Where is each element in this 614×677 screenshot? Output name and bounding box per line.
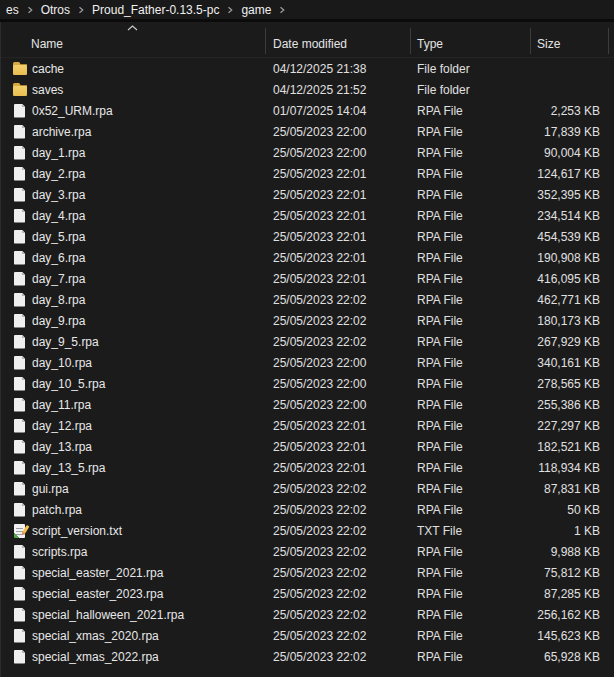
file-icon [12,334,28,350]
breadcrumb-item[interactable]: Proud_Father-0.13.5-pc [88,2,223,18]
file-date-modified: 25/05/2023 22:02 [265,608,410,622]
file-name: day_2.rpa [32,167,85,181]
file-name-cell: script_version.txt [0,523,265,539]
folder-icon [12,61,28,77]
file-size: 9,988 KB [530,545,608,559]
file-row[interactable]: day_9.rpa 25/05/2023 22:02 RPA File 180,… [0,310,614,331]
column-separator[interactable] [608,28,609,54]
file-row[interactable]: special_xmas_2022.rpa 25/05/2023 22:02 R… [0,646,614,667]
file-size: 50 KB [530,503,608,517]
file-row[interactable]: day_6.rpa 25/05/2023 22:01 RPA File 190,… [0,247,614,268]
file-type: RPA File [410,629,530,643]
column-header-type[interactable]: Type [417,22,443,57]
file-name-cell: day_6.rpa [0,250,265,266]
file-row[interactable]: day_8.rpa 25/05/2023 22:02 RPA File 462,… [0,289,614,310]
file-row[interactable]: day_4.rpa 25/05/2023 22:01 RPA File 234,… [0,205,614,226]
file-name-cell: day_13.rpa [0,439,265,455]
sort-ascending-icon [127,25,138,31]
file-row[interactable]: day_2.rpa 25/05/2023 22:01 RPA File 124,… [0,163,614,184]
file-name-cell: day_8.rpa [0,292,265,308]
file-date-modified: 25/05/2023 22:02 [265,503,410,517]
file-type: RPA File [410,587,530,601]
file-name: archive.rpa [32,125,91,139]
file-row[interactable]: day_11.rpa 25/05/2023 22:00 RPA File 255… [0,394,614,415]
chevron-right-icon[interactable] [226,6,234,14]
file-date-modified: 25/05/2023 22:00 [265,146,410,160]
file-date-modified: 25/05/2023 22:02 [265,650,410,664]
file-size: 87,831 KB [530,482,608,496]
file-name-cell: archive.rpa [0,124,265,140]
file-row[interactable]: special_easter_2021.rpa 25/05/2023 22:02… [0,562,614,583]
file-row[interactable]: special_halloween_2021.rpa 25/05/2023 22… [0,604,614,625]
file-row[interactable]: day_13.rpa 25/05/2023 22:01 RPA File 182… [0,436,614,457]
file-row[interactable]: day_3.rpa 25/05/2023 22:01 RPA File 352,… [0,184,614,205]
file-date-modified: 25/05/2023 22:01 [265,440,410,454]
file-name-cell: day_4.rpa [0,208,265,224]
file-icon [12,250,28,266]
file-row[interactable]: scripts.rpa 25/05/2023 22:02 RPA File 9,… [0,541,614,562]
file-type: RPA File [410,251,530,265]
file-row[interactable]: saves 04/12/2025 21:52 File folder [0,79,614,100]
file-name: scripts.rpa [32,545,87,559]
column-header-name[interactable]: Name [31,22,63,57]
column-separator[interactable] [530,28,531,54]
file-name-cell: day_13_5.rpa [0,460,265,476]
file-name-cell: day_10.rpa [0,355,265,371]
file-size: 75,812 KB [530,566,608,580]
file-row[interactable]: day_13_5.rpa 25/05/2023 22:01 RPA File 1… [0,457,614,478]
file-row[interactable]: day_7.rpa 25/05/2023 22:01 RPA File 416,… [0,268,614,289]
file-row[interactable]: 0x52_URM.rpa 01/07/2025 14:04 RPA File 2… [0,100,614,121]
file-row[interactable]: day_12.rpa 25/05/2023 22:01 RPA File 227… [0,415,614,436]
file-name: day_13_5.rpa [32,461,105,475]
column-separator[interactable] [410,28,411,54]
file-row[interactable]: day_10_5.rpa 25/05/2023 22:00 RPA File 2… [0,373,614,394]
file-icon [12,418,28,434]
file-row[interactable]: cache 04/12/2025 21:38 File folder [0,58,614,79]
file-date-modified: 25/05/2023 22:02 [265,629,410,643]
column-separator[interactable] [265,28,266,54]
file-type: RPA File [410,356,530,370]
breadcrumb-item[interactable]: game [237,2,275,18]
file-icon [12,103,28,119]
breadcrumb-item[interactable]: Otros [37,2,74,18]
file-name: day_10_5.rpa [32,377,105,391]
chevron-right-icon[interactable] [77,6,85,14]
file-icon [12,145,28,161]
file-row[interactable]: special_xmas_2020.rpa 25/05/2023 22:02 R… [0,625,614,646]
file-name-cell: patch.rpa [0,502,265,518]
file-row[interactable]: gui.rpa 25/05/2023 22:02 RPA File 87,831… [0,478,614,499]
file-row[interactable]: archive.rpa 25/05/2023 22:00 RPA File 17… [0,121,614,142]
chevron-right-icon[interactable] [26,6,34,14]
file-name-cell: day_1.rpa [0,145,265,161]
file-list: cache 04/12/2025 21:38 File folder saves… [0,58,614,667]
file-icon [12,292,28,308]
column-header-size[interactable]: Size [537,22,560,57]
file-date-modified: 04/12/2025 21:38 [265,62,410,76]
file-row[interactable]: day_9_5.rpa 25/05/2023 22:02 RPA File 26… [0,331,614,352]
file-icon [12,166,28,182]
file-row[interactable]: special_easter_2023.rpa 25/05/2023 22:02… [0,583,614,604]
file-icon [12,355,28,371]
breadcrumb: es Otros Proud_Father-0.13.5-pc game [0,0,614,19]
file-date-modified: 04/12/2025 21:52 [265,83,410,97]
file-type: RPA File [410,335,530,349]
file-row[interactable]: day_10.rpa 25/05/2023 22:00 RPA File 340… [0,352,614,373]
file-name: day_9_5.rpa [32,335,99,349]
txt-icon [12,523,28,539]
file-size: 65,928 KB [530,650,608,664]
chevron-right-icon[interactable] [278,6,286,14]
file-row[interactable]: day_1.rpa 25/05/2023 22:00 RPA File 90,0… [0,142,614,163]
file-row[interactable]: patch.rpa 25/05/2023 22:02 RPA File 50 K… [0,499,614,520]
file-name: day_13.rpa [32,440,92,454]
file-row[interactable]: script_version.txt 25/05/2023 22:02 TXT … [0,520,614,541]
column-header-date-modified[interactable]: Date modified [273,22,347,57]
file-date-modified: 25/05/2023 22:02 [265,524,410,538]
file-date-modified: 25/05/2023 22:00 [265,377,410,391]
file-size: 190,908 KB [530,251,608,265]
file-size: 2,253 KB [530,104,608,118]
file-type: RPA File [410,272,530,286]
file-name-cell: saves [0,82,265,98]
breadcrumb-item[interactable]: es [2,2,23,18]
file-row[interactable]: day_5.rpa 25/05/2023 22:01 RPA File 454,… [0,226,614,247]
file-type: File folder [410,62,530,76]
